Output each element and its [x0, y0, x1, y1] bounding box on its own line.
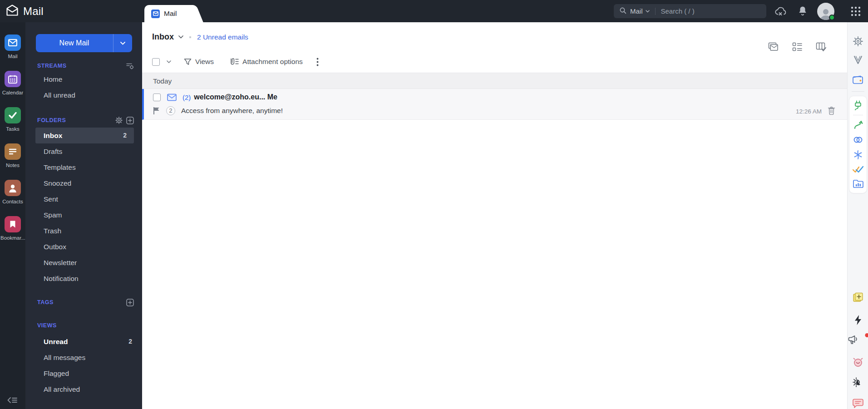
view-item-unread[interactable]: Unread 2: [25, 334, 142, 350]
brand: Mail: [5, 0, 44, 22]
streams-section-header: STREAMS: [25, 60, 142, 71]
reminder-alarm-clock-icon[interactable]: [852, 356, 864, 368]
rail-label: Calendar: [2, 90, 24, 95]
email-row[interactable]: (2) welcome@zoho.eu... Me 2 Access from …: [142, 89, 847, 120]
folder-item-trash[interactable]: Trash: [25, 223, 142, 239]
folder-item-spam[interactable]: Spam: [25, 207, 142, 223]
notifications-bell-icon[interactable]: [795, 0, 810, 22]
knot-asterisk-icon[interactable]: [853, 149, 863, 160]
folder-item-notification[interactable]: Notification: [25, 271, 142, 286]
rail-label: Contacts: [2, 199, 23, 204]
mail-view-icon[interactable]: [768, 42, 779, 52]
folder-item-drafts[interactable]: Drafts: [25, 143, 142, 159]
folder-item-newsletter[interactable]: Newsletter: [25, 255, 142, 271]
streams-settings-icon[interactable]: [126, 63, 134, 69]
folder-chart-icon[interactable]: [853, 178, 864, 188]
view-label: Flagged: [44, 365, 69, 381]
folder-label: Snoozed: [44, 175, 71, 191]
email-row-line2: 2 Access from anywhere, anytime!: [153, 106, 283, 115]
collapse-sidebar-icon[interactable]: [7, 396, 18, 406]
feedback-chat-icon[interactable]: [852, 398, 863, 409]
rail-label: Mail: [8, 54, 17, 59]
app-switcher-rail: Mail Calendar Tasks Notes: [0, 22, 25, 409]
title-separator-dot: [189, 36, 191, 38]
select-dropdown-icon[interactable]: [167, 60, 171, 63]
offline-cloud-icon[interactable]: [772, 0, 790, 22]
announcements-megaphone-icon[interactable]: [848, 335, 868, 345]
folder-item-sent[interactable]: Sent: [25, 191, 142, 207]
linked-circles-icon[interactable]: [853, 134, 863, 145]
search-scope-dropdown[interactable]: Mail: [630, 7, 650, 15]
more-options-kebab-icon[interactable]: [316, 58, 319, 66]
dark-mode-toggle-icon[interactable]: [852, 377, 864, 388]
select-all-checkbox[interactable]: [152, 58, 160, 66]
views-title: VIEWS: [37, 322, 57, 329]
green-curve-arrow-icon[interactable]: [853, 119, 863, 130]
plug-integration-icon[interactable]: [853, 100, 863, 111]
rail-item-mail[interactable]: Mail: [0, 34, 25, 59]
email-checkbox[interactable]: [153, 94, 161, 101]
delete-email-icon[interactable]: [828, 106, 835, 115]
views-filter-button[interactable]: Views: [184, 58, 214, 66]
stream-item-all-unread[interactable]: All unread: [25, 87, 142, 103]
double-check-icon[interactable]: [852, 164, 864, 174]
tags-title: TAGS: [37, 299, 54, 306]
rail-item-tasks[interactable]: Tasks: [0, 107, 25, 132]
bookmarks-app-icon: [5, 216, 21, 232]
rail-label: Tasks: [6, 126, 19, 132]
folders-settings-gear-icon[interactable]: [115, 117, 123, 124]
rail-item-contacts[interactable]: Contacts: [0, 180, 25, 204]
app-title: Mail: [23, 5, 44, 18]
search-scope-label: Mail: [630, 7, 643, 15]
folder-item-snoozed[interactable]: Snoozed: [25, 175, 142, 191]
current-folder-title: Inbox: [152, 32, 174, 42]
settings-gear-icon[interactable]: [853, 36, 863, 47]
view-label: All archived: [44, 381, 80, 397]
list-view-icon[interactable]: [792, 42, 802, 52]
calendar-app-icon: [5, 71, 21, 87]
search-icon: [619, 7, 626, 16]
attachment-options-button[interactable]: Attachment options: [228, 58, 303, 66]
add-sticky-note-icon[interactable]: [852, 292, 864, 304]
view-item-all-archived[interactable]: All archived: [25, 381, 142, 397]
stream-item-home[interactable]: Home: [25, 71, 142, 87]
tab-label: Mail: [164, 10, 177, 18]
streams-title: STREAMS: [37, 63, 67, 69]
apps-grid-icon[interactable]: [848, 0, 863, 22]
add-folder-icon[interactable]: [126, 117, 134, 124]
rail-item-notes[interactable]: Notes: [0, 143, 25, 168]
zoho-mail-app: Mail Mail Mail: [0, 0, 868, 409]
add-tag-icon[interactable]: [126, 299, 134, 306]
folder-item-templates[interactable]: Templates: [25, 159, 142, 175]
view-item-all-messages[interactable]: All messages: [25, 350, 142, 365]
flag-icon[interactable]: [153, 107, 160, 115]
chevron-down-icon: [646, 10, 650, 13]
top-bar: Mail Mail Mail: [0, 0, 868, 22]
views-button-label: Views: [195, 58, 214, 66]
views-section-header: VIEWS: [25, 320, 142, 331]
unread-emails-link[interactable]: 2 Unread emails: [197, 33, 248, 41]
wallet-widget-icon[interactable]: [852, 75, 863, 85]
zoho-v-clip-icon[interactable]: [853, 55, 863, 65]
rail-item-bookmarks[interactable]: Bookmar...: [0, 216, 25, 241]
new-mail-button[interactable]: New Mail: [36, 34, 132, 52]
folder-item-inbox[interactable]: Inbox 2: [35, 128, 134, 143]
user-avatar[interactable]: [817, 3, 834, 20]
rail-item-calendar[interactable]: Calendar: [0, 71, 25, 95]
folders-section-header: FOLDERS: [25, 115, 142, 126]
integrations-card: [849, 96, 867, 193]
presence-status-dot: [829, 15, 835, 20]
attachment-options-label: Attachment options: [242, 58, 303, 66]
new-mail-dropdown[interactable]: [113, 34, 132, 52]
tab-mail[interactable]: Mail: [144, 5, 192, 22]
folder-dropdown-icon[interactable]: [178, 35, 183, 39]
lightning-bolt-icon[interactable]: [853, 315, 863, 325]
search-input[interactable]: [661, 7, 761, 15]
unread-envelope-icon: [167, 94, 177, 101]
email-time: 12:26 AM: [796, 108, 822, 115]
column-view-icon[interactable]: [816, 42, 826, 52]
folder-item-outbox[interactable]: Outbox: [25, 239, 142, 255]
list-title-row: Inbox 2 Unread emails: [152, 32, 248, 42]
view-item-flagged[interactable]: Flagged: [25, 365, 142, 381]
search-bar[interactable]: Mail: [614, 4, 766, 18]
